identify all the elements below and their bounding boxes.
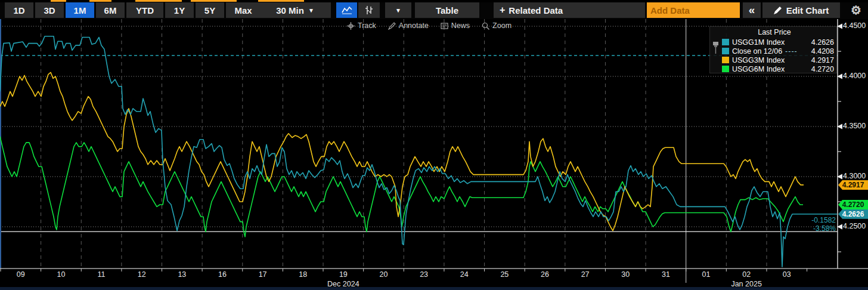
range-button-1d[interactable]: 1D — [5, 2, 33, 18]
legend-swatch — [722, 39, 729, 45]
y-axis-tick-label: 4.2500 — [843, 222, 866, 230]
x-axis-month-label: Jan 2025 — [731, 280, 761, 288]
table-button-label: Table — [436, 5, 458, 16]
plus-icon: + — [500, 5, 505, 16]
edit-chart-button[interactable]: Edit Chart — [762, 2, 840, 18]
bloomberg-chart-window: 1D3D1M6MYTD1Y5YMax 30 Min ▼ ▼ — [0, 0, 868, 290]
last-price-badge: 4.2626 — [838, 209, 868, 219]
x-axis-day-label: 25 — [491, 270, 517, 279]
annotate-label: Annotate — [399, 21, 429, 30]
settings-button[interactable]: ⚙ — [847, 2, 866, 18]
legend-item[interactable]: USGG1M Index4.2626 — [722, 38, 834, 47]
double-chevron-left-icon: « — [749, 4, 755, 17]
line-chart-icon — [342, 6, 352, 14]
x-axis-day-label: 02 — [733, 270, 760, 279]
range-button-3d[interactable]: 3D — [35, 2, 64, 18]
legend-item[interactable]: USGG6M Index4.2720 — [722, 64, 834, 73]
legend-label: USGG1M Index — [732, 38, 785, 47]
x-axis-day-label: 17 — [250, 270, 276, 279]
legend-label: USGG3M Index — [732, 56, 785, 64]
gear-icon: ⚙ — [851, 3, 861, 17]
top-accent-segment — [258, 0, 304, 2]
chevron-down-icon: ▼ — [395, 7, 401, 14]
legend-item[interactable]: Close on 12/06----4.4208 — [722, 47, 834, 55]
x-axis-day-label: 20 — [370, 270, 396, 279]
range-button-1y[interactable]: 1Y — [165, 2, 194, 18]
x-axis-day-label: 19 — [330, 270, 356, 279]
x-axis-day-label: 03 — [774, 270, 800, 279]
legend-value: 4.4208 — [811, 47, 834, 55]
news-label: News — [451, 21, 470, 30]
net-change-label: -0.1582 — [794, 216, 836, 224]
chart-options-dropdown[interactable]: ▼ — [385, 2, 411, 18]
zoom-label: Zoom — [492, 21, 512, 30]
interval-dropdown[interactable]: 30 Min ▼ — [259, 2, 331, 18]
top-accent-segment — [135, 0, 182, 2]
legend-label: USGG6M Index — [732, 65, 785, 73]
dashed-line-sample: ---- — [785, 47, 798, 55]
x-axis-day-label: 31 — [653, 270, 679, 279]
x-axis-day-label: 01 — [693, 270, 720, 279]
y-axis-tick-label: 4.3500 — [843, 122, 866, 130]
pct-change-label: -3.58% — [794, 224, 836, 233]
x-axis-day-label: 24 — [451, 270, 478, 279]
interval-label: 30 Min — [276, 5, 304, 16]
last-price-badge: 4.2917 — [838, 180, 868, 190]
track-label: Track — [358, 21, 376, 30]
chart-tools-bar: Track Annotate News Zoom — [347, 21, 512, 30]
related-data-button[interactable]: + Related Data — [494, 2, 645, 18]
x-axis-day-label: 16 — [209, 270, 235, 279]
legend-swatch — [722, 66, 729, 72]
x-axis-day-label: 26 — [532, 270, 558, 279]
legend-value: 4.2626 — [811, 38, 834, 47]
edit-chart-label: Edit Chart — [786, 5, 829, 16]
range-button-6m[interactable]: 6M — [96, 2, 125, 18]
last-price-badge: 4.2720 — [838, 200, 868, 209]
pushpin-icon[interactable] — [712, 41, 719, 54]
zoom-tool[interactable]: Zoom — [482, 21, 512, 30]
x-axis-day-label: 12 — [129, 270, 155, 279]
line-chart-type-button[interactable] — [336, 2, 357, 18]
legend-swatch — [722, 57, 729, 63]
range-button-max[interactable]: Max — [226, 2, 261, 18]
top-accent-segment — [191, 0, 237, 2]
x-axis-month-label: Dec 2024 — [327, 280, 359, 288]
collapse-toolbar-button[interactable]: « — [743, 2, 761, 18]
range-button-1m[interactable]: 1M — [66, 2, 94, 18]
legend-value: 4.2917 — [811, 56, 834, 64]
bar-chart-type-button[interactable] — [358, 2, 380, 18]
chart-toolbar: 1D3D1M6MYTD1Y5YMax 30 Min ▼ ▼ — [0, 0, 868, 19]
table-button[interactable]: Table — [415, 2, 479, 18]
news-tool[interactable]: News — [441, 21, 470, 30]
x-axis-day-label: 30 — [612, 270, 638, 279]
legend-panel: Last Price USGG1M Index4.2626Close on 12… — [709, 26, 837, 73]
x-axis-day-label: 09 — [8, 270, 34, 279]
legend-item[interactable]: USGG3M Index4.2917 — [722, 55, 834, 64]
y-axis-tick-label: 4.3000 — [843, 172, 866, 180]
legend-value: 4.2720 — [811, 65, 834, 73]
add-data-input[interactable] — [647, 2, 740, 18]
pencil-icon — [774, 6, 782, 14]
top-accent-segment — [51, 0, 66, 2]
track-tool[interactable]: Track — [347, 21, 376, 30]
x-axis-day-label: 11 — [88, 270, 114, 279]
related-data-label: Related Data — [509, 5, 563, 16]
legend-title: Last Price — [722, 27, 834, 38]
chevron-down-icon: ▼ — [308, 7, 314, 14]
range-button-ytd[interactable]: YTD — [126, 2, 163, 18]
legend-swatch — [722, 48, 729, 54]
legend-rows: USGG1M Index4.2626Close on 12/06----4.42… — [722, 38, 834, 73]
top-accent-strip — [0, 0, 868, 2]
magnifier-icon — [482, 22, 489, 30]
news-icon — [441, 22, 448, 30]
x-axis-day-label: 18 — [290, 270, 316, 279]
x-axis-day-label: 13 — [169, 270, 195, 279]
y-axis-tick-label: 4.4500 — [843, 21, 866, 30]
range-button-5y[interactable]: 5Y — [196, 2, 224, 18]
annotate-tool[interactable]: Annotate — [388, 21, 429, 30]
x-axis-day-label: 23 — [411, 270, 437, 279]
candlestick-icon — [364, 5, 374, 15]
x-axis-day-label: 10 — [48, 270, 74, 279]
annotate-pencil-icon — [388, 22, 396, 30]
top-accent-segment — [89, 0, 111, 2]
